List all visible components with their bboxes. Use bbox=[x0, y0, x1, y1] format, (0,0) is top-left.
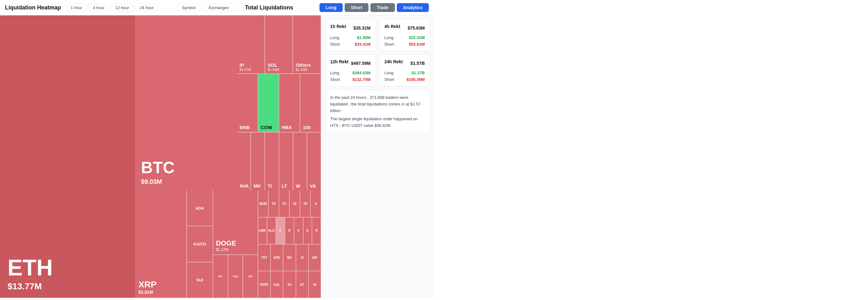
btc-block[interactable]: BTC $9.03M bbox=[135, 16, 237, 190]
e-block[interactable]: E bbox=[304, 218, 312, 244]
va-block[interactable]: VA bbox=[307, 133, 321, 190]
r-block[interactable]: R bbox=[312, 218, 321, 244]
tst-block[interactable]: TST bbox=[258, 245, 270, 271]
tab-4hour[interactable]: 4 hour bbox=[88, 3, 109, 12]
xi-symbol: XI bbox=[301, 256, 304, 260]
rekt-24h-title: 24h Rekt bbox=[384, 59, 403, 64]
filter-tabs: Symbol Exchanges bbox=[176, 3, 235, 12]
bnb-block[interactable]: BNB bbox=[237, 74, 258, 132]
ip-symbol: IP bbox=[240, 62, 262, 68]
header: Liquidation Heatmap 1 hour 4 hour 12 hou… bbox=[0, 0, 434, 16]
s-block[interactable]: S bbox=[311, 190, 321, 217]
filter-symbol[interactable]: Symbol bbox=[176, 3, 202, 12]
tiny-row-4: PEPE GAL AV ET HI bbox=[258, 271, 321, 298]
hi-block[interactable]: HI bbox=[309, 271, 321, 298]
pepe-block[interactable]: PEPE bbox=[258, 271, 270, 298]
tr-block[interactable]: TR bbox=[300, 190, 310, 217]
ape-symbol: APE bbox=[274, 256, 280, 260]
lt-symbol: LT bbox=[282, 183, 290, 189]
others-amount: $1.50M bbox=[296, 68, 318, 72]
tab-1hour[interactable]: 1 hour bbox=[66, 3, 87, 12]
filter-exchanges[interactable]: Exchanges bbox=[203, 3, 235, 12]
d-block[interactable]: D bbox=[285, 218, 294, 244]
neir-block[interactable]: NEIR bbox=[258, 190, 268, 217]
gal-block[interactable]: GAL bbox=[271, 271, 283, 298]
bottom-row: XRP $2.01M ADA KAITO SUI bbox=[135, 190, 321, 298]
short-button[interactable]: Short bbox=[345, 3, 369, 12]
ti-block[interactable]: TI bbox=[265, 133, 279, 190]
mk-block[interactable]: MK bbox=[251, 133, 265, 190]
100-block[interactable]: 100 bbox=[300, 74, 321, 132]
xrp-block[interactable]: XRP $2.01M bbox=[135, 190, 186, 298]
op-block[interactable]: OP bbox=[243, 255, 258, 298]
rekt-24h-total: $1.57B bbox=[411, 61, 425, 66]
heatmap[interactable]: ETH $13.77M BTC $9.03M IP $1.57M bbox=[0, 16, 321, 298]
to-block[interactable]: TO bbox=[279, 190, 289, 217]
lt-block[interactable]: LT bbox=[279, 133, 293, 190]
bnb-symbol: BNB bbox=[240, 125, 255, 130]
v-block[interactable]: V bbox=[294, 218, 303, 244]
rekt-12h-short-label: Short bbox=[330, 77, 340, 82]
sol-block[interactable]: SOL $1.54M bbox=[265, 16, 292, 73]
info-line-1: In the past 24 hours , 371,688 traders w… bbox=[330, 94, 425, 114]
sui-block[interactable]: SUI bbox=[187, 263, 213, 298]
stats-grid: 1h Rekt $35.31M Long $1.90M Short $33.41… bbox=[325, 19, 430, 87]
rekt-4h-long-label: Long bbox=[384, 35, 394, 40]
ava-block[interactable]: AVA bbox=[237, 133, 251, 190]
f-block[interactable]: F bbox=[276, 218, 285, 244]
rekt-4h-short-value: $53.61M bbox=[409, 42, 425, 47]
eth-block[interactable]: ETH $13.77M bbox=[0, 16, 135, 298]
ti-symbol: TI bbox=[268, 183, 276, 189]
ape-block[interactable]: APE bbox=[271, 245, 283, 271]
alg-block[interactable]: ALG bbox=[267, 218, 276, 244]
btc-amount: $9.03M bbox=[141, 178, 231, 185]
tiny-row-1: NEIR TS TO OI TR bbox=[258, 190, 321, 217]
hba-block[interactable]: HBA bbox=[279, 74, 300, 132]
rekt-4h-long-value: $22.02M bbox=[409, 35, 425, 40]
ada-symbol: ADA bbox=[195, 206, 204, 211]
others-block[interactable]: Others $1.50M bbox=[293, 16, 320, 73]
mini-row-3: AVA MK TI LT W bbox=[237, 133, 321, 190]
rekt-12h-long-value: $364.83M bbox=[352, 71, 371, 75]
analytics-button[interactable]: Analytics bbox=[397, 3, 429, 12]
mini-row-2: BNB COW HBA 100 bbox=[237, 74, 321, 132]
time-tabs: 1 hour 4 hour 12 hour 24 hour bbox=[66, 3, 158, 12]
et-block[interactable]: ET bbox=[296, 271, 308, 298]
oi-symbol: OI bbox=[293, 202, 297, 206]
em-block[interactable]: EM bbox=[309, 245, 321, 271]
w-block[interactable]: W bbox=[293, 133, 307, 190]
alg-symbol: ALG bbox=[268, 229, 275, 232]
info-box: In the past 24 hours , 371,688 traders w… bbox=[325, 90, 430, 134]
rekt-1h-short-label: Short bbox=[330, 42, 340, 47]
no-block[interactable]: NO bbox=[283, 245, 295, 271]
sol-symbol: SOL bbox=[268, 62, 290, 68]
doge-block[interactable]: DOGE $1.27M bbox=[213, 190, 258, 254]
xi-block[interactable]: XI bbox=[296, 245, 308, 271]
xrp-symbol: XRP bbox=[138, 279, 183, 290]
long-button[interactable]: Long bbox=[319, 3, 343, 12]
ip-block[interactable]: IP $1.57M bbox=[237, 16, 265, 73]
rekt-1h-total: $35.31M bbox=[353, 26, 370, 30]
oi-block[interactable]: OI bbox=[290, 190, 300, 217]
rekt-24h-short-label: Short bbox=[384, 77, 394, 82]
trade-button[interactable]: Trade bbox=[370, 3, 395, 12]
kaito-symbol: KAITO bbox=[193, 242, 206, 246]
hi-symbol: HI bbox=[313, 283, 316, 287]
cow-block[interactable]: COW bbox=[258, 74, 279, 132]
doge-symbol: DOGE bbox=[216, 239, 255, 247]
ts-block[interactable]: TS bbox=[269, 190, 279, 217]
rekt-24h-long-value: $1.37B bbox=[411, 71, 425, 75]
btc-row: BTC $9.03M IP $1.57M SOL $1.54M bbox=[135, 16, 321, 190]
rekt-1h-long-label: Long bbox=[330, 35, 339, 40]
link-block[interactable]: LINK bbox=[258, 218, 267, 244]
ada-block[interactable]: ADA bbox=[187, 190, 213, 226]
kaito-block[interactable]: KAITO bbox=[187, 226, 213, 262]
fil-block[interactable]: FIL bbox=[213, 255, 228, 298]
em-symbol: EM bbox=[312, 256, 317, 260]
tac-block[interactable]: TAC bbox=[228, 255, 243, 298]
fil-row: FIL TAC OP bbox=[213, 255, 258, 298]
tab-12hour[interactable]: 12 hour bbox=[111, 3, 134, 12]
ada-col: ADA KAITO SUI bbox=[187, 190, 213, 298]
tab-24hour[interactable]: 24 hour bbox=[135, 3, 158, 12]
av-block[interactable]: AV bbox=[283, 271, 295, 298]
